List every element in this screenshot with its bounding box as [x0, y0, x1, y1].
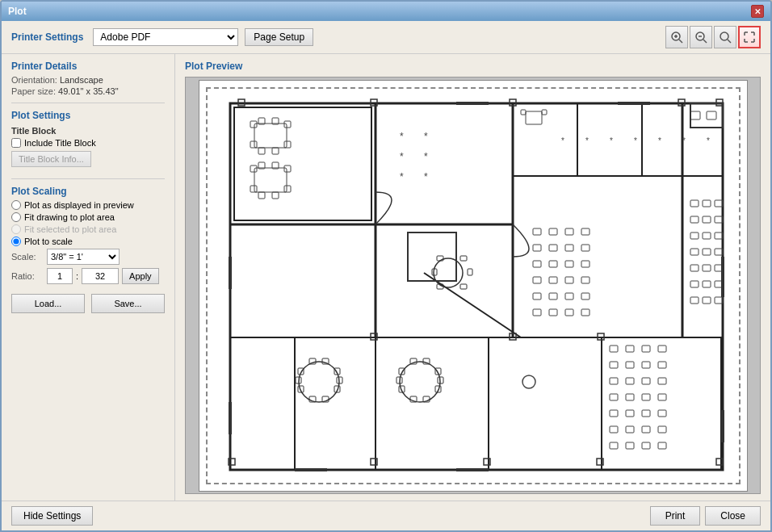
svg-line-1: [679, 40, 682, 43]
plot-scaling-title: Plot Scaling: [11, 186, 165, 197]
preview-label: Plot Preview: [185, 61, 761, 72]
toolbar-icons: [665, 26, 761, 48]
left-panel: Printer Details Orientation: Landscape P…: [2, 54, 175, 501]
include-title-block-checkbox[interactable]: [11, 138, 21, 148]
radio-fit: Fit drawing to plot area: [11, 212, 165, 222]
radio-fit-label: Fit drawing to plot area: [24, 212, 115, 222]
svg-text:*: *: [682, 136, 686, 145]
svg-point-7: [720, 32, 728, 40]
ratio-right-input[interactable]: 32: [82, 268, 119, 284]
radio-scale-label: Plot to scale: [24, 237, 73, 246]
radio-preview-label: Plot as displayed in preview: [24, 200, 134, 210]
radio-scale-input[interactable]: [11, 237, 21, 246]
orientation-row: Orientation: Landscape: [11, 75, 165, 85]
svg-text:*: *: [400, 171, 404, 182]
svg-rect-17: [230, 103, 723, 470]
include-title-block-row: Include Title Block: [11, 138, 165, 148]
svg-text:*: *: [585, 136, 589, 145]
ratio-label: Ratio:: [11, 271, 44, 281]
svg-text:*: *: [424, 151, 428, 162]
svg-line-5: [703, 40, 707, 43]
zoom-out-icon[interactable]: [690, 26, 712, 48]
paper-size-label: Paper size:: [11, 86, 56, 96]
svg-text:*: *: [400, 131, 404, 142]
page-setup-button[interactable]: Page Setup: [245, 28, 313, 46]
close-window-button[interactable]: ✕: [751, 5, 764, 18]
svg-text:*: *: [707, 136, 710, 145]
apply-button[interactable]: Apply: [122, 268, 159, 284]
title-block-info-button[interactable]: Title Block Info...: [11, 151, 91, 167]
title-bar: Plot ✕: [2, 2, 770, 21]
fit-view-icon[interactable]: [738, 26, 761, 48]
scale-select[interactable]: 3/8" = 1': [47, 249, 120, 265]
radio-preview: Plot as displayed in preview: [11, 200, 165, 210]
svg-text:*: *: [424, 171, 428, 182]
title-block-subtitle: Title Block: [11, 126, 165, 136]
right-panel: Plot Preview: [175, 54, 770, 501]
save-button[interactable]: Save...: [91, 294, 165, 313]
paper-size-value: 49.01" x 35.43": [58, 86, 118, 96]
zoom-window-icon[interactable]: [714, 26, 736, 48]
svg-line-8: [728, 40, 731, 43]
main-layout: Printer Details Orientation: Landscape P…: [2, 54, 770, 501]
radio-selected: Fit selected to plot area: [11, 224, 165, 234]
ratio-colon: :: [76, 271, 78, 281]
floor-plan-svg: * * * * * * * * * * *: [214, 95, 732, 478]
radio-scale: Plot to scale: [11, 237, 165, 246]
load-button[interactable]: Load...: [11, 294, 85, 313]
ratio-row: Ratio: 1 : 32 Apply: [11, 268, 165, 284]
orientation-value: Landscape: [60, 75, 103, 85]
orientation-label: Orientation:: [11, 75, 57, 85]
ratio-left-input[interactable]: 1: [47, 268, 73, 284]
right-bottom-buttons: Print Close: [650, 506, 761, 526]
printer-select[interactable]: Adobe PDF: [93, 28, 238, 46]
svg-text:*: *: [400, 151, 404, 162]
include-title-block-label: Include Title Block: [24, 138, 96, 148]
close-button[interactable]: Close: [705, 506, 761, 526]
bottom-bar: Hide Settings Print Close: [2, 501, 770, 530]
plot-window: Plot ✕ Printer Settings Adobe PDF Page S…: [0, 0, 772, 532]
svg-text:*: *: [634, 136, 637, 145]
hide-settings-button[interactable]: Hide Settings: [11, 506, 93, 526]
scale-label: Scale:: [11, 252, 44, 262]
radio-preview-input[interactable]: [11, 200, 21, 210]
svg-text:*: *: [561, 136, 564, 145]
bottom-buttons: Load... Save...: [11, 294, 165, 313]
paper-sheet: * * * * * * * * * * *: [199, 80, 748, 492]
svg-text:*: *: [610, 136, 613, 145]
svg-text:*: *: [424, 131, 428, 142]
plot-settings-title: Plot Settings: [11, 110, 165, 121]
print-button[interactable]: Print: [650, 506, 701, 526]
scale-row: Scale: 3/8" = 1': [11, 249, 165, 265]
radio-fit-input[interactable]: [11, 212, 21, 222]
printer-details-title: Printer Details: [11, 61, 165, 72]
zoom-in-icon[interactable]: [665, 26, 688, 48]
content-area: Printer Settings Adobe PDF Page Setup: [2, 21, 770, 530]
printer-settings-label: Printer Settings: [11, 31, 83, 43]
radio-selected-input[interactable]: [11, 224, 21, 234]
window-title: Plot: [8, 6, 27, 17]
paper-size-row: Paper size: 49.01" x 35.43": [11, 86, 165, 96]
radio-selected-label: Fit selected to plot area: [24, 224, 116, 234]
svg-text:*: *: [658, 136, 661, 145]
printer-settings-bar: Printer Settings Adobe PDF Page Setup: [2, 21, 770, 54]
preview-area: * * * * * * * * * * *: [185, 77, 761, 494]
